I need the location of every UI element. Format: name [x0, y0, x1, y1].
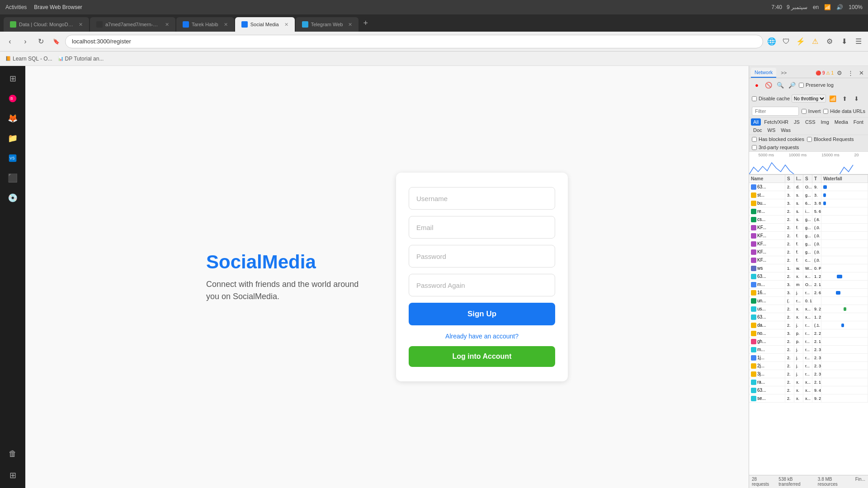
table-row[interactable]: 63... 2. x. x... 1. 2. — [749, 313, 868, 321]
password-field[interactable] — [409, 245, 555, 267]
table-row[interactable]: un... (. r... 0. 1. — [749, 297, 868, 305]
table-row[interactable]: no... 3. p. r... 2. 2. — [749, 329, 868, 338]
tab-social[interactable]: Social Media ✕ — [235, 17, 295, 32]
third-party-requests-label[interactable]: 3rd-party requests — [752, 145, 799, 150]
back-button[interactable]: ‹ — [4, 35, 16, 48]
filter-tab-media[interactable]: Media — [832, 118, 850, 126]
tab-github[interactable]: a7med7amed7/mern-social-m... ✕ — [90, 17, 175, 32]
sidebar-firefox-icon[interactable]: 🦊 — [4, 109, 22, 127]
table-row[interactable]: KF... 2. f. g... (.0. — [749, 248, 868, 256]
table-row[interactable]: m... 3. m O... 2. 1. — [749, 281, 868, 289]
filter-tab-ws[interactable]: WS — [765, 127, 778, 134]
table-row[interactable]: st... 3. s. g... 3. — [749, 191, 868, 199]
tab-telegram[interactable]: Telegram Web ✕ — [296, 17, 359, 32]
filter-tab-was[interactable]: Was — [778, 127, 793, 134]
table-row[interactable]: se... 2. x. x... 9. 2. — [749, 394, 868, 403]
menu-icon[interactable]: ☰ — [853, 36, 864, 47]
table-row[interactable]: da... 2. j. r... (.1. — [749, 321, 868, 329]
devtools-tab-more[interactable]: >> — [777, 68, 790, 77]
sidebar-disk-icon[interactable]: 💿 — [4, 189, 22, 207]
filter-tab-js[interactable]: JS — [792, 118, 802, 126]
alert-icon[interactable]: ⚠ — [809, 36, 821, 47]
tab-mongodb[interactable]: Data | Cloud: MongoDB Cloud ✕ — [4, 17, 89, 32]
tab-close-social[interactable]: ✕ — [284, 22, 288, 28]
table-row[interactable]: KF... 2. f. g... (.0. — [749, 224, 868, 232]
table-row[interactable]: ws 1. w. W... 0. P. — [749, 264, 868, 272]
import-btn[interactable]: ⬆ — [840, 94, 849, 103]
sidebar-grid-icon[interactable]: ⊞ — [4, 466, 22, 484]
table-row[interactable]: KF... 2. f. g... (.0. — [749, 240, 868, 248]
tab-close-telegram[interactable]: ✕ — [348, 22, 352, 28]
bookmark-sql[interactable]: 📙 Learn SQL - O... — [5, 56, 52, 62]
table-row[interactable]: ra... 2. x. x... 2. 1. — [749, 378, 868, 386]
devtools-filter-btn[interactable]: 🔍 — [775, 80, 785, 90]
table-row[interactable]: m... 2. j. r... 2. 3. — [749, 346, 868, 354]
sidebar-files-icon[interactable]: 📁 — [4, 129, 22, 147]
table-row[interactable]: KF... 2. f. g... (.0. — [749, 232, 868, 240]
table-row[interactable]: 1j... 2. j. r... 2. 3. — [749, 354, 868, 362]
table-row[interactable]: us... 2. x. x... 9. 2. — [749, 305, 868, 313]
table-row[interactable]: gh... 2. p. r... 2. 1. — [749, 338, 868, 346]
bookmark-button[interactable]: 🔖 — [50, 35, 62, 48]
filter-tab-all[interactable]: All — [751, 118, 761, 126]
has-blocked-cookies-label[interactable]: Has blocked cookies — [752, 136, 804, 142]
table-row[interactable]: 3j... 2. j. r... 2. 3. — [749, 370, 868, 378]
table-row[interactable]: cs... 2. s. g... (.6. — [749, 216, 868, 224]
sidebar-brave-icon[interactable]: B — [4, 89, 22, 108]
devtools-clear-btn[interactable]: 🚫 — [764, 80, 774, 90]
shield-icon[interactable]: 🛡 — [780, 36, 792, 47]
sidebar-trash-icon[interactable]: 🗑 — [4, 445, 22, 463]
blocked-requests-label[interactable]: Blocked Requests — [807, 136, 854, 142]
signup-button[interactable]: Sign Up — [409, 303, 555, 325]
devtools-record-btn[interactable]: ● — [752, 80, 762, 90]
activities-label[interactable]: Activities — [5, 4, 27, 10]
bookmark-dp[interactable]: 📊 DP Tutorial an... — [58, 56, 104, 62]
filter-tab-css[interactable]: CSS — [803, 118, 818, 126]
throttling-select[interactable]: No throttling — [792, 94, 826, 103]
preserve-log-checkbox[interactable] — [799, 83, 804, 88]
table-row[interactable]: 63... 2. x. x... 9. 4. — [749, 386, 868, 394]
devtools-settings-btn[interactable]: ⚙ — [835, 68, 844, 78]
filter-tab-doc[interactable]: Doc — [751, 127, 764, 134]
disable-cache-checkbox[interactable] — [752, 96, 757, 101]
table-row[interactable]: 63... 2. x. x... 1. 2. — [749, 272, 868, 281]
table-row[interactable]: bu... 3. s. 6... 3. 8. — [749, 199, 868, 207]
reload-button[interactable]: ↻ — [34, 35, 47, 48]
tab-close-github[interactable]: ✕ — [165, 22, 169, 28]
tab-tarek[interactable]: Tarek Habib ✕ — [176, 17, 234, 32]
filter-input[interactable] — [752, 107, 799, 116]
filter-tab-font[interactable]: Font — [851, 118, 866, 126]
blocked-requests-checkbox[interactable] — [807, 137, 812, 142]
sidebar-apps-icon[interactable]: ⊞ — [4, 70, 22, 88]
devtools-more-btn[interactable]: ⋮ — [845, 68, 855, 78]
download-icon[interactable]: ⬇ — [838, 36, 850, 47]
has-blocked-cookies-checkbox[interactable] — [752, 137, 757, 142]
tab-close-mongodb[interactable]: ✕ — [79, 22, 83, 28]
forward-button[interactable]: › — [19, 35, 32, 48]
devtools-search-btn[interactable]: 🔎 — [787, 80, 797, 90]
tab-close-tarek[interactable]: ✕ — [224, 22, 228, 28]
invert-checkbox-label[interactable]: Invert — [802, 108, 821, 114]
already-account-link[interactable]: Already have an account? — [409, 333, 555, 340]
new-tab-button[interactable]: + — [359, 19, 372, 28]
third-party-requests-checkbox[interactable] — [752, 145, 757, 150]
filter-tab-img[interactable]: Img — [819, 118, 831, 126]
hide-data-urls-checkbox-label[interactable]: Hide data URLs — [823, 108, 865, 114]
translate-icon[interactable]: 🌐 — [766, 36, 778, 47]
disable-cache-checkbox-label[interactable]: Disable cache — [752, 96, 790, 101]
password-again-field[interactable] — [409, 274, 555, 296]
table-row[interactable]: 2j... 2. j. r... 2. 3. — [749, 362, 868, 370]
preserve-log-checkbox-label[interactable]: Preserve log — [799, 82, 834, 88]
export-btn[interactable]: ⬇ — [851, 94, 861, 103]
email-field[interactable] — [409, 216, 555, 239]
wifi-toggle-btn[interactable]: 📶 — [828, 94, 838, 103]
invert-checkbox[interactable] — [802, 109, 807, 114]
username-field[interactable] — [409, 187, 555, 210]
extensions-icon[interactable]: ⚙ — [824, 36, 835, 47]
login-button[interactable]: Log into Account — [409, 346, 555, 367]
sidebar-vscode-icon[interactable]: VS — [4, 149, 22, 167]
devtools-close-btn[interactable]: ✕ — [856, 68, 866, 78]
table-row[interactable]: re... 2. s. i... 5. 6. — [749, 207, 868, 216]
brave-icon[interactable]: ⚡ — [795, 36, 807, 47]
hide-data-urls-checkbox[interactable] — [823, 109, 828, 114]
